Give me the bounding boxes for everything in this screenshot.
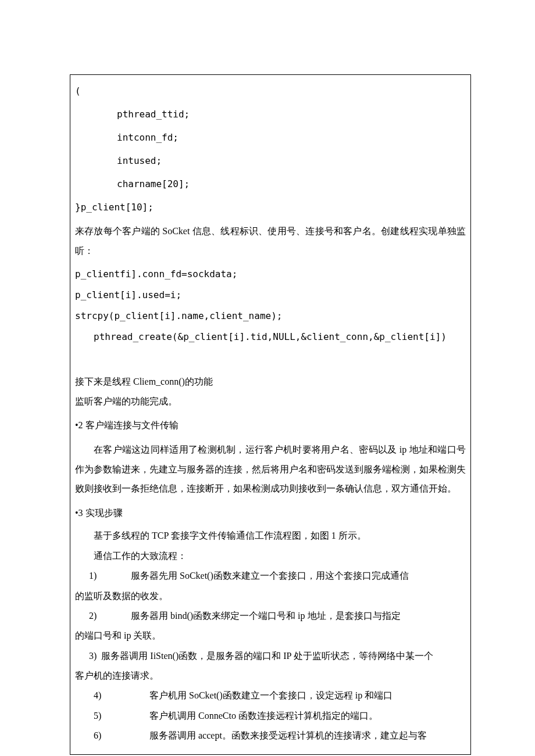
struct-description: 来存放每个客户端的 SoCket 信息、线程标识、使用号、连接号和客户名。创建线…	[75, 221, 466, 260]
step-continuation: 的监听及数据的收发。	[75, 587, 466, 605]
spacer	[75, 351, 466, 367]
code-line: intconn_fd;	[75, 131, 466, 145]
step-continuation: 客户机的连接请求。	[75, 667, 466, 685]
section-2-title: •2 客户端连接与文件传输	[75, 415, 466, 435]
step-number: 3)	[75, 651, 97, 661]
step-item: 1) 服务器先用 SoCket()函数来建立一个套接口，用这个套接口完成通信	[75, 567, 466, 585]
section-3-p2: 通信工作的大致流程：	[75, 547, 466, 565]
step-number: 6)	[75, 727, 140, 744]
step-continuation: 的端口号和 ip 关联。	[75, 627, 466, 644]
step-number: 1)	[75, 567, 117, 585]
step-item: 6) 服务器调用 accept。函数来接受远程计算机的连接请求，建立起与客	[75, 727, 466, 744]
content-box: ( pthread_ttid; intconn_fd; intused; cha…	[70, 74, 471, 755]
code-line: p_client[i].used=i;	[75, 288, 466, 302]
step-item: 4) 客户机用 SoCket()函数建立一个套接口，设定远程 ip 和端口	[75, 687, 466, 704]
step-text: 客户机用 SoCket()函数建立一个套接口，设定远程 ip 和端口	[149, 690, 393, 700]
code-line: pthread_ttid;	[75, 108, 466, 121]
thread-func-text: 接下来是线程 Cliem_conn()的功能	[75, 372, 466, 392]
step-item: 5) 客户机调用 ConneCto 函数连接远程计算机指定的端口。	[75, 707, 466, 725]
step-item: 2) 服务器用 bind()函数来绑定一个端口号和 ip 地址，是套接口与指定	[75, 607, 466, 625]
code-line: charname[20];	[75, 177, 466, 191]
step-text: 服务器调用 IiSten()函数，是服务器的端口和 IP 处于监听状态，等待网络…	[101, 651, 433, 661]
code-line: intused;	[75, 154, 466, 168]
step-item: 3) 服务器调用 IiSten()函数，是服务器的端口和 IP 处于监听状态，等…	[75, 647, 466, 665]
code-line: p_clientfi].conn_fd=sockdata;	[75, 267, 466, 281]
step-number: 2)	[75, 607, 117, 625]
code-brace-open: (	[75, 84, 466, 98]
section-3-title: •3 实现步骤	[75, 503, 466, 523]
step-number: 5)	[75, 707, 140, 725]
listen-done-text: 监听客户端的功能完成。	[75, 392, 466, 411]
code-line: pthread_create(&p_client[i].tid,NULL,&cl…	[75, 330, 466, 344]
section-2-body: 在客户端这边同样适用了检测机制，运行客户机时要将用户名、密码以及 ip 地址和端…	[75, 440, 466, 499]
code-brace-close: }p_client[10];	[75, 200, 466, 214]
step-text: 服务器调用 accept。函数来接受远程计算机的连接请求，建立起与客	[149, 730, 427, 740]
step-number: 4)	[75, 687, 140, 704]
code-line: strcpy(p_client[i].name,client_name);	[75, 309, 466, 323]
page: ( pthread_ttid; intconn_fd; intused; cha…	[0, 0, 535, 755]
step-text: 服务器先用 SoCket()函数来建立一个套接口，用这个套接口完成通信	[131, 571, 409, 581]
step-text: 客户机调用 ConneCto 函数连接远程计算机指定的端口。	[149, 711, 378, 721]
step-text: 服务器用 bind()函数来绑定一个端口号和 ip 地址，是套接口与指定	[131, 611, 401, 621]
section-3-p1: 基于多线程的 TCP 套接字文件传输通信工作流程图，如图 1 所示。	[75, 527, 466, 544]
